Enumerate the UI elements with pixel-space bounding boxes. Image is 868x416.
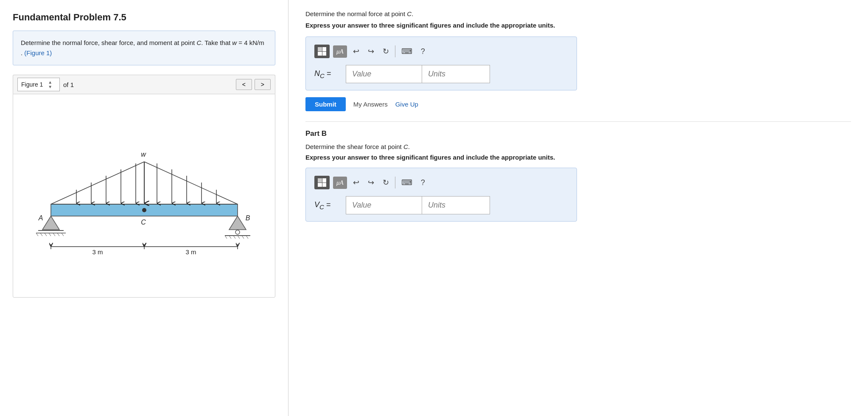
figure-select[interactable]: Figure 1 ▲ ▼ xyxy=(17,78,60,91)
help-button[interactable]: ? xyxy=(418,45,428,58)
figure-nav: Figure 1 ▲ ▼ of 1 < > xyxy=(13,75,275,94)
mu-icon: μA xyxy=(336,48,344,55)
svg-line-9 xyxy=(53,233,55,236)
svg-marker-2 xyxy=(42,216,59,230)
w-label: w xyxy=(141,151,146,158)
svg-point-34 xyxy=(142,208,146,212)
keyboard-button[interactable]: ⌨ xyxy=(399,45,415,58)
svg-line-18 xyxy=(238,236,240,239)
svg-line-20 xyxy=(246,236,248,239)
svg-line-11 xyxy=(62,233,64,236)
part-a-value-input[interactable] xyxy=(346,65,422,83)
part-b-units-input[interactable] xyxy=(422,196,490,214)
figure-svg: w C A B 3 m 3 m xyxy=(25,107,263,285)
figure-arrows: < > xyxy=(236,79,271,90)
part-b-label: Part B xyxy=(305,129,851,138)
submit-button[interactable]: Submit xyxy=(305,97,346,111)
section-divider xyxy=(305,121,851,122)
part-b-help-button[interactable]: ? xyxy=(418,177,428,189)
part-b: Part B Determine the shear force at poin… xyxy=(305,129,851,222)
figure-link[interactable]: (Figure 1) xyxy=(24,49,52,56)
part-b-answer-box: μA ↩ ↪ ↻ ⌨ ? VC = xyxy=(305,168,577,222)
part-b-bold-instruction: Express your answer to three significant… xyxy=(305,154,851,161)
undo-button[interactable]: ↩ xyxy=(350,45,362,58)
figure-spinner[interactable]: ▲ ▼ xyxy=(48,80,55,89)
part-a-answer-row: NC = xyxy=(314,65,568,83)
left-panel: Fundamental Problem 7.5 Determine the no… xyxy=(0,0,288,416)
part-b-instruction: Determine the shear force at point C. xyxy=(305,143,851,150)
prev-button[interactable]: < xyxy=(236,79,252,90)
part-b-mu-button[interactable]: μA xyxy=(333,177,347,189)
svg-text:C: C xyxy=(141,219,146,226)
next-button[interactable]: > xyxy=(255,79,271,90)
part-b-grid-icon xyxy=(318,178,326,187)
svg-line-5 xyxy=(36,233,38,236)
redo-button[interactable]: ↪ xyxy=(365,45,377,58)
grid-button[interactable] xyxy=(314,45,330,58)
refresh-button[interactable]: ↻ xyxy=(380,45,392,58)
part-a-units-input[interactable] xyxy=(422,65,490,83)
part-b-toolbar-separator xyxy=(395,177,395,188)
svg-text:A: A xyxy=(38,214,43,222)
part-b-redo-button[interactable]: ↪ xyxy=(365,176,377,189)
svg-line-19 xyxy=(242,236,244,239)
grid-icon xyxy=(318,47,326,56)
part-a-answer-label: NC = xyxy=(314,69,340,79)
part-b-answer-label: VC = xyxy=(314,200,340,211)
svg-point-13 xyxy=(235,230,240,234)
mu-button[interactable]: μA xyxy=(333,45,347,58)
part-a-submit-row: Submit My Answers Give Up xyxy=(305,97,851,111)
problem-description: Determine the normal force, shear force,… xyxy=(13,31,275,65)
part-a: Determine the normal force at point C. E… xyxy=(305,10,851,111)
part-b-refresh-button[interactable]: ↻ xyxy=(380,176,392,189)
part-b-keyboard-button[interactable]: ⌨ xyxy=(399,176,415,189)
svg-line-22 xyxy=(144,162,238,204)
part-a-bold-instruction: Express your answer to three significant… xyxy=(305,22,851,29)
svg-line-10 xyxy=(57,233,59,236)
svg-line-21 xyxy=(51,162,144,204)
part-a-instruction: Determine the normal force at point C. xyxy=(305,10,851,17)
figure-box: w C A B 3 m 3 m xyxy=(13,94,275,298)
right-panel: Determine the normal force at point C. E… xyxy=(288,0,868,416)
svg-text:B: B xyxy=(245,214,250,222)
part-b-mu-icon: μA xyxy=(336,179,344,186)
toolbar-separator xyxy=(395,45,395,57)
svg-line-16 xyxy=(229,236,231,239)
figure-select-label: Figure 1 xyxy=(21,81,43,88)
my-answers-text: My Answers xyxy=(353,101,388,108)
give-up-link[interactable]: Give Up xyxy=(395,101,418,108)
part-b-toolbar: μA ↩ ↪ ↻ ⌨ ? xyxy=(314,176,568,189)
part-a-toolbar: μA ↩ ↪ ↻ ⌨ ? xyxy=(314,45,568,58)
part-b-value-input[interactable] xyxy=(346,196,422,214)
svg-line-7 xyxy=(45,233,47,236)
part-a-answer-box: μA ↩ ↪ ↻ ⌨ ? NC = xyxy=(305,37,577,90)
svg-line-8 xyxy=(49,233,51,236)
svg-text:3 m: 3 m xyxy=(92,248,103,256)
svg-line-15 xyxy=(225,236,227,239)
svg-line-17 xyxy=(233,236,235,239)
part-b-grid-button[interactable] xyxy=(314,176,330,189)
part-b-answer-row: VC = xyxy=(314,196,568,214)
part-b-undo-button[interactable]: ↩ xyxy=(350,176,362,189)
problem-title: Fundamental Problem 7.5 xyxy=(13,12,275,23)
svg-line-6 xyxy=(40,233,42,236)
figure-of-text: of 1 xyxy=(63,81,74,88)
description-text: Determine the normal force, shear force,… xyxy=(21,39,264,56)
svg-text:3 m: 3 m xyxy=(185,248,196,256)
svg-marker-12 xyxy=(229,216,246,230)
